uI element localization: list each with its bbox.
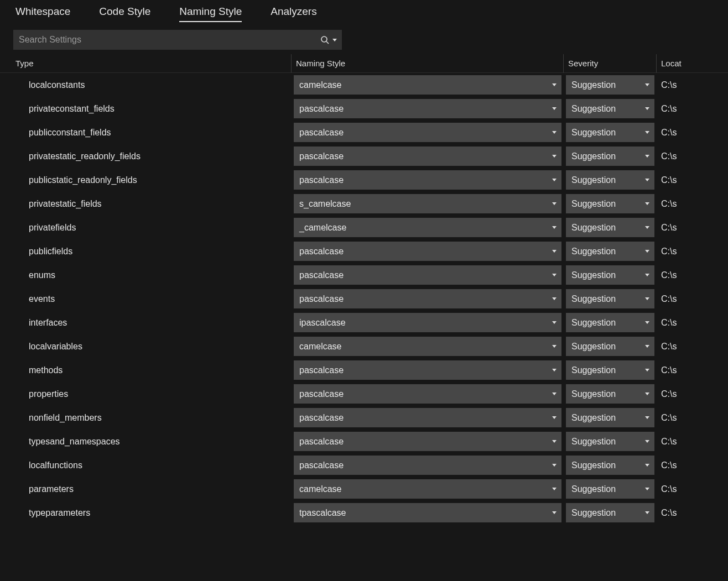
- chevron-down-icon: [552, 273, 557, 278]
- severity-dropdown[interactable]: Suggestion: [566, 123, 654, 142]
- chevron-down-icon: [644, 154, 650, 159]
- naming-grid: Type Naming Style Severity Locat localco…: [0, 54, 728, 525]
- naming-style-dropdown[interactable]: tpascalcase: [294, 503, 561, 522]
- severity-cell: Suggestion: [564, 289, 657, 308]
- svg-line-1: [326, 41, 329, 44]
- severity-cell: Suggestion: [564, 194, 657, 213]
- severity-dropdown[interactable]: Suggestion: [566, 242, 654, 261]
- severity-dropdown[interactable]: Suggestion: [566, 337, 654, 356]
- column-header-naming-style[interactable]: Naming Style: [292, 54, 564, 73]
- severity-cell: Suggestion: [564, 170, 657, 190]
- type-cell: typeparameters: [0, 508, 292, 518]
- severity-value: Suggestion: [571, 484, 616, 494]
- chevron-down-icon: [552, 154, 557, 159]
- severity-dropdown[interactable]: Suggestion: [566, 146, 654, 166]
- severity-cell: Suggestion: [564, 146, 657, 166]
- naming-style-dropdown[interactable]: pascalcase: [294, 170, 561, 190]
- naming-style-dropdown[interactable]: _camelcase: [294, 218, 561, 237]
- naming-style-dropdown[interactable]: pascalcase: [294, 456, 561, 475]
- naming-style-dropdown[interactable]: pascalcase: [294, 146, 561, 166]
- severity-dropdown[interactable]: Suggestion: [566, 218, 654, 237]
- severity-value: Suggestion: [571, 151, 616, 161]
- search-options-dropdown-icon[interactable]: [332, 37, 337, 43]
- naming-style-value: s_camelcase: [299, 199, 351, 209]
- naming-style-value: pascalcase: [299, 413, 344, 423]
- naming-style-cell: camelcase: [292, 479, 564, 499]
- severity-dropdown[interactable]: Suggestion: [566, 75, 654, 95]
- severity-value: Suggestion: [571, 199, 616, 209]
- column-header-severity[interactable]: Severity: [564, 54, 657, 73]
- naming-style-dropdown[interactable]: pascalcase: [294, 242, 561, 261]
- severity-dropdown[interactable]: Suggestion: [566, 408, 654, 427]
- naming-style-dropdown[interactable]: pascalcase: [294, 265, 561, 285]
- tab-code-style[interactable]: Code Style: [99, 6, 150, 22]
- naming-style-cell: ipascalcase: [292, 313, 564, 332]
- table-row: enumspascalcaseSuggestionC:\s: [0, 263, 728, 287]
- naming-style-dropdown[interactable]: pascalcase: [294, 99, 561, 118]
- severity-dropdown[interactable]: Suggestion: [566, 194, 654, 213]
- chevron-down-icon: [644, 130, 650, 135]
- naming-style-dropdown[interactable]: pascalcase: [294, 360, 561, 380]
- type-cell: localconstants: [0, 80, 292, 90]
- chevron-down-icon: [644, 368, 650, 373]
- tab-analyzers[interactable]: Analyzers: [271, 6, 316, 22]
- naming-style-cell: tpascalcase: [292, 503, 564, 522]
- location-cell: C:\s: [657, 199, 728, 209]
- severity-dropdown[interactable]: Suggestion: [566, 265, 654, 285]
- naming-style-cell: s_camelcase: [292, 194, 564, 213]
- naming-style-value: ipascalcase: [299, 318, 346, 328]
- severity-dropdown[interactable]: Suggestion: [566, 289, 654, 308]
- search-icon[interactable]: [320, 35, 330, 45]
- chevron-down-icon: [644, 177, 650, 183]
- naming-style-dropdown[interactable]: camelcase: [294, 479, 561, 499]
- naming-style-cell: pascalcase: [292, 384, 564, 404]
- naming-style-value: pascalcase: [299, 175, 344, 185]
- chevron-down-icon: [552, 368, 557, 373]
- location-cell: C:\s: [657, 175, 728, 185]
- naming-style-dropdown[interactable]: camelcase: [294, 75, 561, 95]
- tab-naming-style[interactable]: Naming Style: [179, 6, 242, 22]
- severity-dropdown[interactable]: Suggestion: [566, 360, 654, 380]
- severity-dropdown[interactable]: Suggestion: [566, 503, 654, 522]
- severity-dropdown[interactable]: Suggestion: [566, 456, 654, 475]
- type-cell: privatestatic_fields: [0, 199, 292, 209]
- search-input[interactable]: [19, 35, 320, 45]
- column-header-type[interactable]: Type: [0, 54, 292, 73]
- location-cell: C:\s: [657, 437, 728, 447]
- chevron-down-icon: [644, 296, 650, 302]
- chevron-down-icon: [552, 130, 557, 135]
- location-cell: C:\s: [657, 389, 728, 399]
- severity-dropdown[interactable]: Suggestion: [566, 313, 654, 332]
- severity-cell: Suggestion: [564, 503, 657, 522]
- naming-style-dropdown[interactable]: ipascalcase: [294, 313, 561, 332]
- table-row: parameterscamelcaseSuggestionC:\s: [0, 477, 728, 501]
- column-header-location[interactable]: Locat: [657, 54, 728, 73]
- severity-dropdown[interactable]: Suggestion: [566, 384, 654, 404]
- naming-style-dropdown[interactable]: pascalcase: [294, 123, 561, 142]
- naming-style-dropdown[interactable]: pascalcase: [294, 289, 561, 308]
- severity-dropdown[interactable]: Suggestion: [566, 432, 654, 451]
- chevron-down-icon: [644, 344, 650, 349]
- naming-style-dropdown[interactable]: pascalcase: [294, 384, 561, 404]
- location-cell: C:\s: [657, 223, 728, 233]
- location-cell: C:\s: [657, 365, 728, 375]
- tab-whitespace[interactable]: Whitespace: [15, 6, 70, 22]
- naming-style-value: camelcase: [299, 342, 341, 352]
- chevron-down-icon: [644, 486, 650, 492]
- severity-dropdown[interactable]: Suggestion: [566, 479, 654, 499]
- location-cell: C:\s: [657, 247, 728, 257]
- naming-style-dropdown[interactable]: s_camelcase: [294, 194, 561, 213]
- type-cell: publicfields: [0, 247, 292, 257]
- naming-style-dropdown[interactable]: camelcase: [294, 337, 561, 356]
- table-row: publicfieldspascalcaseSuggestionC:\s: [0, 239, 728, 263]
- table-row: localconstantscamelcaseSuggestionC:\s: [0, 73, 728, 97]
- naming-style-dropdown[interactable]: pascalcase: [294, 408, 561, 427]
- naming-style-cell: pascalcase: [292, 289, 564, 308]
- chevron-down-icon: [644, 106, 650, 112]
- tab-bar: Whitespace Code Style Naming Style Analy…: [0, 6, 728, 30]
- naming-style-dropdown[interactable]: pascalcase: [294, 432, 561, 451]
- severity-dropdown[interactable]: Suggestion: [566, 99, 654, 118]
- location-cell: C:\s: [657, 104, 728, 114]
- severity-dropdown[interactable]: Suggestion: [566, 170, 654, 190]
- chevron-down-icon: [644, 82, 650, 88]
